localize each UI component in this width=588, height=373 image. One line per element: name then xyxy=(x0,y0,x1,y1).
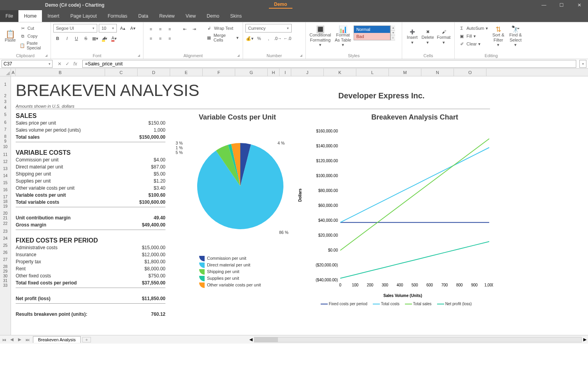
align-top-button[interactable]: ≡ xyxy=(147,25,155,33)
merge-cells-button[interactable]: ▦Merge Cells ▾ xyxy=(205,33,240,43)
col-header-N[interactable]: N xyxy=(421,69,454,76)
cell-styles-gallery[interactable]: Normal Bad xyxy=(354,25,390,40)
row-header[interactable]: 22 xyxy=(0,219,11,228)
row-header[interactable]: 33 xyxy=(0,282,11,289)
decrease-indent-button[interactable]: ⇤ xyxy=(181,25,189,33)
row-header[interactable]: 19 xyxy=(0,203,11,210)
row-header[interactable]: 24 xyxy=(0,235,11,242)
strikethrough-button[interactable]: S xyxy=(82,34,90,43)
row-header[interactable]: 13 xyxy=(0,165,11,172)
sheet-tab-1[interactable]: Breakeven Analysis xyxy=(33,336,81,343)
tab-view[interactable]: View xyxy=(180,10,201,22)
maximize-button[interactable]: ☐ xyxy=(553,0,570,10)
font-size-select[interactable]: 10▾ xyxy=(99,24,117,33)
align-center-button[interactable]: ≡ xyxy=(156,34,165,43)
italic-button[interactable]: I xyxy=(63,34,71,43)
insert-cells-button[interactable]: ➕Insert ▾ xyxy=(405,24,420,50)
tab-insert[interactable]: Insert xyxy=(42,10,65,22)
tab-page-layout[interactable]: Page Layout xyxy=(65,10,102,22)
name-box[interactable]: C37▾ xyxy=(2,60,53,68)
align-middle-button[interactable]: ≡ xyxy=(156,25,165,33)
style-normal[interactable]: Normal xyxy=(354,26,390,33)
formula-input[interactable]: =Sales_price_unit xyxy=(82,60,576,68)
tab-skins[interactable]: Skins xyxy=(225,10,247,22)
col-header-M[interactable]: M xyxy=(389,69,421,76)
row-header[interactable]: 26 xyxy=(0,249,11,256)
bold-button[interactable]: B xyxy=(53,34,62,43)
fx-button[interactable]: fx xyxy=(72,61,78,67)
col-header-O[interactable]: O xyxy=(454,69,486,76)
copy-button[interactable]: ⧉Copy xyxy=(19,33,47,40)
sheet-nav-last[interactable]: ⏭ xyxy=(24,337,31,342)
tab-formulas[interactable]: Formulas xyxy=(102,10,133,22)
increase-indent-button[interactable]: ⇥ xyxy=(190,25,199,33)
autosum-button[interactable]: ΣAutoSum ▾ xyxy=(458,25,489,32)
dialog-launcher-icon[interactable]: ◢ xyxy=(300,54,302,57)
col-header-B[interactable]: B xyxy=(16,69,105,76)
sheet-nav-first[interactable]: ⏮ xyxy=(0,337,8,342)
comma-button[interactable]: , xyxy=(264,34,273,43)
row-header[interactable] xyxy=(0,289,11,332)
add-sheet-button[interactable]: + xyxy=(82,337,91,342)
formula-expand-button[interactable]: ▾ xyxy=(579,60,586,68)
cancel-formula-button[interactable]: ✕ xyxy=(56,61,63,67)
styles-scrollbar[interactable]: ▴▾≡ xyxy=(390,25,395,40)
enter-formula-button[interactable]: ✓ xyxy=(64,61,71,67)
sort-filter-button[interactable]: ⇅Sort & Filter ▾ xyxy=(490,24,507,50)
delete-cells-button[interactable]: ✖Delete ▾ xyxy=(420,24,436,50)
select-all-corner[interactable] xyxy=(0,69,11,76)
cut-button[interactable]: ✂Cut xyxy=(19,25,47,32)
percent-button[interactable]: % xyxy=(255,34,263,43)
row-header[interactable]: 23 xyxy=(0,228,11,235)
col-header-G[interactable]: G xyxy=(235,69,268,76)
row-header[interactable]: 25 xyxy=(0,242,11,249)
increase-font-button[interactable]: A▴ xyxy=(118,24,127,33)
col-header-E[interactable]: E xyxy=(170,69,203,76)
tab-data[interactable]: Data xyxy=(133,10,154,22)
tab-home[interactable]: Home xyxy=(18,10,42,22)
context-tab[interactable]: Demo xyxy=(274,2,287,7)
row-header[interactable]: 6 xyxy=(0,119,11,126)
sheet-nav-next[interactable]: ▶ xyxy=(16,337,24,342)
col-header-I[interactable]: I xyxy=(279,69,291,76)
paste-button[interactable]: 📋 Paste xyxy=(2,24,18,50)
fill-button[interactable]: ▣Fill ▾ xyxy=(458,33,489,40)
font-family-select[interactable]: Segoe UI▾ xyxy=(53,24,97,33)
col-header-C[interactable]: C xyxy=(105,69,138,76)
row-header[interactable]: 14 xyxy=(0,172,11,179)
decrease-font-button[interactable]: A▾ xyxy=(129,24,137,33)
col-header-D[interactable]: D xyxy=(138,69,170,76)
clear-button[interactable]: ✐Clear ▾ xyxy=(458,40,489,47)
tab-file[interactable]: File xyxy=(0,10,18,22)
row-header[interactable]: 5 xyxy=(0,110,11,119)
align-left-button[interactable]: ≡ xyxy=(147,34,155,43)
col-header-H[interactable]: H xyxy=(268,69,279,76)
dialog-launcher-icon[interactable]: ◢ xyxy=(45,54,47,57)
tab-review[interactable]: Review xyxy=(154,10,180,22)
format-cells-button[interactable]: 🖌Format ▾ xyxy=(436,24,452,50)
col-header-F[interactable]: F xyxy=(203,69,235,76)
format-as-table-button[interactable]: 📊Format As Table ▾ xyxy=(332,24,354,50)
row-header[interactable]: 1 xyxy=(0,76,11,93)
sheet-nav-prev[interactable]: ◀ xyxy=(8,337,16,342)
minimize-button[interactable]: — xyxy=(535,0,553,10)
number-format-select[interactable]: Currency▾ xyxy=(245,24,292,33)
row-header[interactable]: 12 xyxy=(0,158,11,165)
accounting-button[interactable]: 💰▾ xyxy=(245,34,254,43)
align-bottom-button[interactable]: ≡ xyxy=(165,25,174,33)
dialog-launcher-icon[interactable]: ◢ xyxy=(237,54,240,57)
row-header[interactable]: 16 xyxy=(0,186,11,194)
horizontal-scrollbar[interactable]: ◀▶ xyxy=(248,337,588,342)
col-header-A[interactable]: A xyxy=(11,69,16,76)
wrap-text-button[interactable]: ↲Wrap Text xyxy=(205,25,240,32)
underline-button[interactable]: U xyxy=(72,34,81,43)
row-header[interactable]: 3 xyxy=(0,99,11,105)
row-header[interactable]: 4 xyxy=(0,105,11,110)
dialog-launcher-icon[interactable]: ◢ xyxy=(138,54,140,57)
tab-demo[interactable]: Demo xyxy=(201,10,225,22)
close-button[interactable]: ✕ xyxy=(570,0,588,10)
row-header[interactable]: 2 xyxy=(0,93,11,99)
increase-decimal-button[interactable]: .0→ xyxy=(274,34,282,43)
align-right-button[interactable]: ≡ xyxy=(165,34,174,43)
font-color-button[interactable]: A▾ xyxy=(110,34,118,43)
